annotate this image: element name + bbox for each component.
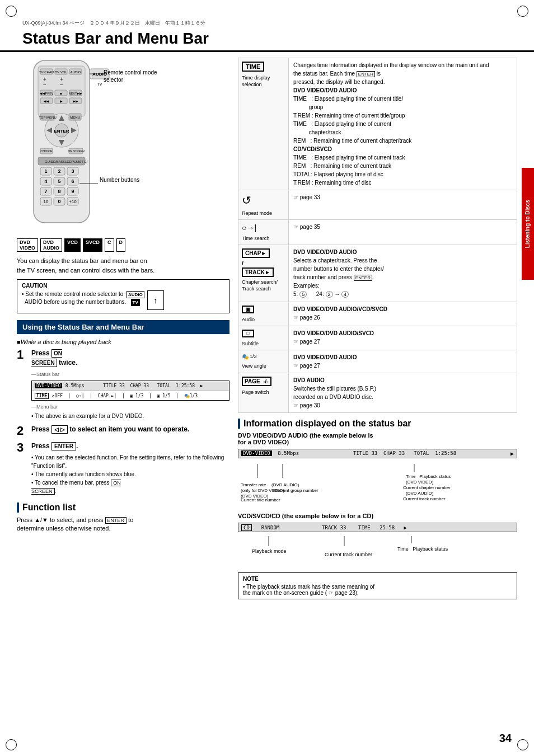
svg-text:3: 3 xyxy=(71,168,74,174)
func-desc-pageswitch: DVD AUDIO Switches the still pictures (B… xyxy=(289,373,517,412)
tv-icon: TV xyxy=(131,299,140,306)
svg-text:0: 0 xyxy=(58,199,60,204)
dvd-play-indicator: ▶ xyxy=(510,450,514,457)
svg-text:◀◀PREV: ◀◀PREV xyxy=(40,92,54,95)
file-header: UX-Q09[A]-04.fm 34 ページ ２００４年９月２２日 水曜日 午前… xyxy=(22,20,512,27)
function-list-desc: Press ▲/▼ to select, and press ENTER to … xyxy=(17,516,229,533)
svg-text:Current chapter number: Current chapter number xyxy=(403,485,451,490)
svg-text:ON SCREEN: ON SCREEN xyxy=(68,149,85,153)
step-1-content: Press ONSCREEN twice. —Status bar DVD-VI… xyxy=(31,349,229,420)
vcd-random: RANDOM TRACK 33 TIME 25:58 ▶ xyxy=(255,525,407,530)
dvd-labels-svg: Transfer rate (only for DVD VIDEO) (DVD … xyxy=(241,461,465,503)
svg-text:5: 5 xyxy=(58,179,60,184)
step-1-number: 1 xyxy=(17,349,27,361)
svg-text:TV VOL: TV VOL xyxy=(55,71,67,74)
format-desc: You can display the status bar and menu … xyxy=(17,256,229,275)
badge-dvd-audio: DVDAUDIO xyxy=(40,238,62,252)
step-3-number: 3 xyxy=(17,442,27,454)
remote-label-numbers: Number buttons xyxy=(100,176,167,184)
func-desc-time: Changes time information displayed in th… xyxy=(289,58,517,190)
vcd-statusbar: CD RANDOM TRACK 33 TIME 25:58 ▶ xyxy=(238,523,517,532)
svg-text:Time   Playback status: Time Playback status xyxy=(397,546,448,552)
svg-text:+10: +10 xyxy=(69,199,77,204)
svg-text:Playback mode: Playback mode xyxy=(252,548,287,554)
remote-label-mode: Remote control mode selector xyxy=(104,69,171,83)
func-desc-audio: DVD VIDEO/DVD AUDIO/VCD/SVCD ☞ page 26 xyxy=(289,302,517,326)
svg-text:Current track number: Current track number xyxy=(403,496,446,501)
svg-text:ENTER: ENTER xyxy=(54,129,69,134)
svg-text:AJUST EF: AJUST EF xyxy=(73,160,89,163)
func-icon-pageswitch: PAGE -/- Page switch xyxy=(238,373,289,412)
chap-box: CHAP► xyxy=(242,248,270,258)
section-subheading: ■While a disc is being played back xyxy=(17,339,229,345)
svg-text:Current group number: Current group number xyxy=(274,488,318,493)
svg-text:NEXT▶▶: NEXT▶▶ xyxy=(69,92,83,95)
dvd-video-badge: DVD-VIDEO xyxy=(241,450,272,456)
caution-content: • Set the remote control mode selector t… xyxy=(22,290,224,310)
cd-badge: CD xyxy=(241,524,252,531)
svg-text:9: 9 xyxy=(71,189,74,194)
svg-text:(DVD AUDIO): (DVD AUDIO) xyxy=(271,482,299,487)
svg-text:TV/CHAN: TV/CHAN xyxy=(39,71,54,74)
track-box: TRACK► xyxy=(242,267,274,277)
func-row-audio: ▣ Audio DVD VIDEO/DVD AUDIO/VCD/SVCD ☞ p… xyxy=(238,302,517,326)
badge-c: C xyxy=(105,238,114,252)
note-title: NOTE xyxy=(243,576,512,582)
func-row-pageswitch: PAGE -/- Page switch DVD AUDIO Switches … xyxy=(238,373,517,412)
info-section-heading: Information displayed on the status bar xyxy=(238,419,517,429)
timesearch-icon: ○→| xyxy=(242,223,256,232)
repeat-icon: ↺ xyxy=(242,194,251,207)
svg-text:TV: TV xyxy=(97,82,102,86)
svg-text:◀◀: ◀◀ xyxy=(44,100,49,103)
page-switch-label: Page switch xyxy=(242,389,269,395)
vcd-labels-svg: Playback mode Current track number Time … xyxy=(238,535,462,566)
corner-mark-tl xyxy=(6,6,17,17)
func-icon-repeat: ↺ Repeat mode xyxy=(238,190,289,219)
page-switch-box: PAGE -/- xyxy=(242,377,271,386)
svg-text:−: − xyxy=(43,82,46,88)
step-2-number: 2 xyxy=(17,425,27,437)
func-row-time: TIME Time displayselection Changes time … xyxy=(238,58,517,190)
svg-text:SLEEP: SLEEP xyxy=(63,160,73,163)
svg-text:▶▶: ▶▶ xyxy=(73,100,78,103)
svg-text:1: 1 xyxy=(44,168,47,174)
step-2: 2 Press ◁ ▷ to select an item you want t… xyxy=(17,425,229,437)
page-number: 34 xyxy=(499,732,512,745)
func-desc-viewangle: DVD VIDEO/DVD AUDIO ☞ page 27 xyxy=(289,350,517,373)
svg-text:8: 8 xyxy=(58,189,60,194)
func-icon-audio: ▣ Audio xyxy=(238,302,289,326)
step-1: 1 Press ONSCREEN twice. —Status bar DVD-… xyxy=(17,349,229,420)
function-table: TIME Time displayselection Changes time … xyxy=(238,58,517,413)
time-label: Time displayselection xyxy=(242,75,270,88)
func-icon-subtitle: □ Subtitle xyxy=(238,326,289,350)
time-box: TIME xyxy=(242,62,264,72)
svg-text:Transfer rate: Transfer rate xyxy=(241,482,266,487)
func-desc-chapsearch: DVD VIDEO/DVD AUDIO Selects a chapter/tr… xyxy=(289,245,517,302)
svg-text:4: 4 xyxy=(44,179,47,184)
statusbar-row: DVD-VIDEO 8.5Mbps TITLE 33 CHAP 33 TOTAL… xyxy=(32,381,229,391)
func-icon-viewangle: 🎭 1/3 View angle xyxy=(238,350,289,373)
note-text: • The playback status mark has the same … xyxy=(243,584,512,596)
svg-text:7: 7 xyxy=(44,189,47,194)
format-badges: DVDVIDEO DVDAUDIO VCD SVCD C D xyxy=(17,238,229,252)
note-box: NOTE • The playback status mark has the … xyxy=(238,572,517,599)
svg-text:GUIDE/BAR: GUIDE/BAR xyxy=(45,160,64,163)
badge-d: D xyxy=(116,238,126,252)
remote-control-area: AUDIO TV TV/CHAN TV VOL AUDIO + xyxy=(17,58,229,233)
view-angle-label: View angle xyxy=(242,363,266,369)
side-tab: Listening to Discs xyxy=(522,168,534,280)
svg-text:CHOICE: CHOICE xyxy=(40,149,53,153)
audio-box: ▣ xyxy=(242,306,254,313)
badge-svcd: SVCD xyxy=(83,238,102,252)
page-title: Status Bar and Menu Bar xyxy=(22,30,512,48)
dvd-statusbar-diagram: DVD-VIDEO 8.5Mbps TITLE 33 CHAP 33 TOTAL… xyxy=(238,449,517,458)
step-2-content: Press ◁ ▷ to select an item you want to … xyxy=(31,425,229,434)
svg-text:6: 6 xyxy=(71,179,74,184)
svg-text:(DVD VIDEO): (DVD VIDEO) xyxy=(406,480,434,485)
dvd-section-heading: DVD VIDEO/DVD AUDIO (the example below i… xyxy=(238,432,517,445)
dvd-labels-area: Transfer rate (only for DVD VIDEO) (DVD … xyxy=(238,461,517,504)
svg-text:2: 2 xyxy=(58,168,60,174)
caution-text: • Set the remote control mode selector t… xyxy=(22,290,144,306)
audio-label: Audio xyxy=(242,317,255,322)
svg-text:Current title number: Current title number xyxy=(241,497,280,503)
